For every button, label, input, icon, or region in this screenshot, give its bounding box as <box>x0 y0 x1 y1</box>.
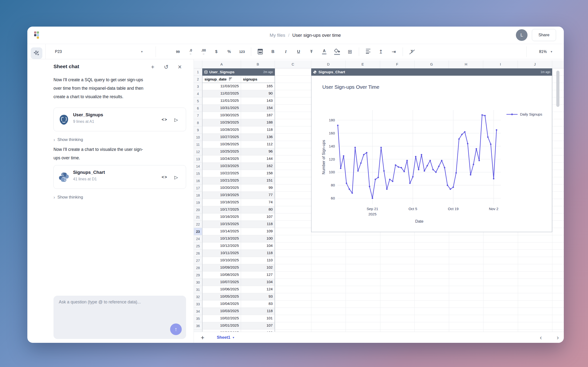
history-icon[interactable]: ↺ <box>162 63 170 71</box>
row-header-36[interactable]: 36 <box>194 322 202 330</box>
column-header-F[interactable]: F <box>380 60 415 68</box>
table-header-bar[interactable]: User_Signups 2m ago <box>202 68 275 76</box>
data-table-object[interactable]: User_Signups 2m ago signup_date signups … <box>202 68 275 83</box>
prev-sheet-button[interactable]: ‹ <box>536 333 545 342</box>
table-row[interactable]: 10/13/2025100 <box>202 235 275 242</box>
sort-icon[interactable] <box>229 78 232 81</box>
increase-decimal-button[interactable]: .00→ <box>198 46 209 57</box>
row-header-8[interactable]: 8 <box>194 119 202 126</box>
row-header-20[interactable]: 20 <box>194 206 202 214</box>
cell-signups[interactable]: 144 <box>241 155 275 162</box>
cell-signup-date[interactable]: 10/03/2025 <box>203 308 241 315</box>
cell-signups[interactable]: 100 <box>241 235 275 242</box>
cell-signups[interactable]: 124 <box>241 286 275 293</box>
column-header-A[interactable]: A <box>202 60 241 68</box>
row-header-34[interactable]: 34 <box>194 308 202 315</box>
cell-reference-box[interactable]: P23 ▾ <box>50 44 149 59</box>
table-row[interactable]: 10/15/2025118 <box>202 221 275 228</box>
table-row[interactable]: 10/31/2025154 <box>202 105 275 112</box>
cell-signup-date[interactable]: 10/02/2025 <box>203 315 241 322</box>
cell-signup-date[interactable]: 10/25/2025 <box>203 148 241 155</box>
row-header-15[interactable]: 15 <box>194 170 202 177</box>
cell-signups[interactable]: 108 <box>241 330 275 332</box>
cell-signup-date[interactable]: 10/11/2025 <box>203 250 241 257</box>
cell-signup-date[interactable]: 10/13/2025 <box>203 235 241 242</box>
cell-signups[interactable]: 109 <box>241 228 275 235</box>
table-row[interactable]: 10/05/202593 <box>202 293 275 300</box>
cell-signups[interactable]: 96 <box>241 148 275 155</box>
table-row[interactable]: 10/17/202580 <box>202 206 275 214</box>
underline-button[interactable]: U <box>293 46 304 57</box>
column-header-D[interactable]: D <box>311 60 346 68</box>
table-row[interactable]: 10/11/2025118 <box>202 250 275 257</box>
zoom-control[interactable]: 81% ▾ <box>530 44 561 59</box>
table-row[interactable]: 10/19/202577 <box>202 192 275 199</box>
column-header-G[interactable]: G <box>415 60 449 68</box>
breadcrumb-parent-link[interactable]: My files <box>270 33 285 38</box>
text-wrapping-button[interactable]: ⇥ <box>388 46 399 57</box>
table-row[interactable]: 10/30/2025187 <box>202 112 275 119</box>
column-header-signups[interactable]: signups <box>241 76 275 83</box>
table-row[interactable]: 10/18/202574 <box>202 199 275 206</box>
column-header-I[interactable]: I <box>483 60 518 68</box>
row-header-2[interactable]: 2 <box>194 76 202 83</box>
date-format-button[interactable] <box>255 46 265 57</box>
table-row[interactable]: 10/06/2025124 <box>202 286 275 293</box>
row-header-1[interactable]: 1 <box>194 68 202 76</box>
cell-signups[interactable]: 118 <box>241 126 275 133</box>
cell-signup-date[interactable]: 10/05/2025 <box>203 293 241 300</box>
cell-signup-date[interactable]: 10/08/2025 <box>203 272 241 278</box>
cell-signups[interactable]: 136 <box>241 134 275 141</box>
row-header-29[interactable]: 29 <box>194 272 202 279</box>
cell-signup-date[interactable]: 10/22/2025 <box>203 170 241 177</box>
cell-signup-date[interactable]: 10/29/2025 <box>203 119 241 126</box>
cell-signup-date[interactable]: 10/19/2025 <box>203 192 241 199</box>
percent-format-button[interactable]: % <box>224 46 234 57</box>
app-logo-icon[interactable] <box>34 31 39 39</box>
column-header-B[interactable]: B <box>241 60 275 68</box>
table-row[interactable]: 10/07/2025104 <box>202 279 275 286</box>
table-row[interactable]: 10/28/2025118 <box>202 126 275 134</box>
row-header-21[interactable]: 21 <box>194 214 202 221</box>
run-icon[interactable]: ▷ <box>172 173 180 182</box>
row-header-24[interactable]: 24 <box>194 235 202 242</box>
cell-signups[interactable]: 165 <box>241 83 275 90</box>
cell-signups[interactable]: 118 <box>241 308 275 315</box>
cell-signup-date[interactable]: 10/24/2025 <box>203 155 241 162</box>
embedded-line-chart[interactable]: 6080100120140160180Sep 212025Oct 5Oct 19… <box>311 76 552 232</box>
table-row[interactable]: 10/01/2025107 <box>202 322 275 330</box>
row-header-33[interactable]: 33 <box>194 300 202 308</box>
cell-signup-date[interactable]: 11/02/2025 <box>203 90 241 97</box>
cell-signups[interactable]: 101 <box>241 315 275 322</box>
borders-button[interactable]: ⊞ <box>345 46 355 57</box>
row-header-26[interactable]: 26 <box>194 250 202 257</box>
column-header-C[interactable]: C <box>275 60 311 68</box>
row-header-13[interactable]: 13 <box>194 155 202 163</box>
next-sheet-button[interactable]: › <box>553 333 562 342</box>
send-button[interactable]: ↑ <box>170 324 182 335</box>
table-row[interactable]: 10/09/2025102 <box>202 264 275 272</box>
cell-signup-date[interactable]: 10/28/2025 <box>203 126 241 133</box>
cell-signup-date[interactable]: 10/15/2025 <box>203 221 241 228</box>
cell-signup-date[interactable]: 10/23/2025 <box>203 163 241 170</box>
row-header-27[interactable]: 27 <box>194 257 202 264</box>
row-header-18[interactable]: 18 <box>194 192 202 199</box>
row-header-11[interactable]: 11 <box>194 141 202 148</box>
cell-signups[interactable]: 80 <box>241 206 275 213</box>
cell-signup-date[interactable]: 10/07/2025 <box>203 279 241 286</box>
row-header-4[interactable]: 4 <box>194 90 202 97</box>
cell-signups[interactable]: 127 <box>241 272 275 278</box>
column-header-signup-date[interactable]: signup_date <box>203 76 241 83</box>
row-header-7[interactable]: 7 <box>194 112 202 119</box>
show-thinking-toggle[interactable]: › Show thinking <box>53 195 83 200</box>
cell-signup-date[interactable]: 10/27/2025 <box>203 134 241 141</box>
cell-signups[interactable]: 107 <box>241 214 275 220</box>
cell-signup-date[interactable]: 11/01/2025 <box>203 97 241 104</box>
cell-signups[interactable]: 83 <box>241 300 275 308</box>
table-row[interactable]: 10/26/2025112 <box>202 141 275 148</box>
row-header-23[interactable]: 23 <box>194 228 202 235</box>
cell-signup-date[interactable]: 10/12/2025 <box>203 242 241 250</box>
cell-signups[interactable]: 107 <box>241 322 275 329</box>
row-header-3[interactable]: 3 <box>194 83 202 90</box>
cell-signup-date[interactable]: 10/21/2025 <box>203 177 241 184</box>
